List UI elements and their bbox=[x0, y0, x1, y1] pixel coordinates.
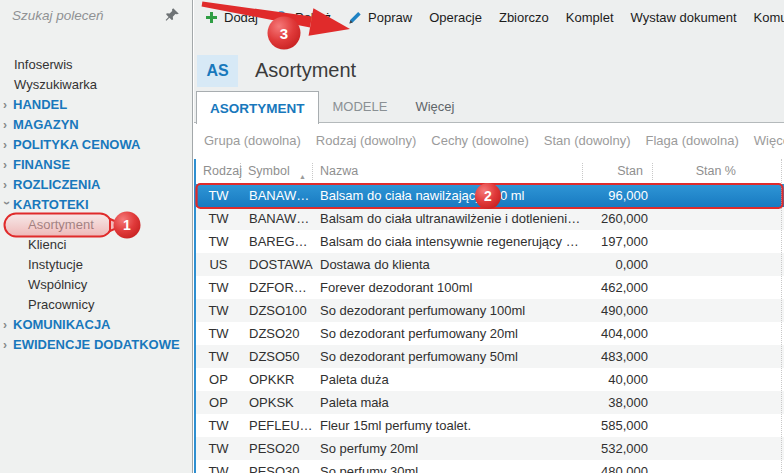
cell-nazwa: Dostawa do klienta bbox=[313, 257, 583, 272]
cell-nazwa: Paleta mała bbox=[313, 395, 583, 410]
toolbar-button-dodaj[interactable]: Dodaj bbox=[200, 10, 262, 25]
column-header-stan[interactable]: Stan bbox=[583, 163, 653, 180]
toolbar-button-operacje[interactable]: Operacje bbox=[425, 10, 486, 25]
filter-flaga-dowolna[interactable]: Flaga (dowolna) bbox=[646, 133, 739, 148]
column-header-label: Rodzaj bbox=[203, 164, 242, 178]
cell-nazwa: So perfumy 30ml bbox=[313, 464, 583, 473]
chevron-down-icon: › bbox=[0, 201, 17, 210]
toolbar-button-label: Wystaw dokument bbox=[631, 10, 737, 25]
cell-stan: 483,000 bbox=[583, 349, 653, 364]
toolbar-button-komunikacja[interactable]: Komunikacja bbox=[750, 10, 784, 25]
chevron-right-icon: › bbox=[3, 335, 12, 355]
tab-wiecej[interactable]: Więcej bbox=[401, 91, 468, 122]
table-row[interactable]: TWPEFLEUR15Fleur 15ml perfumy toalet.585… bbox=[196, 414, 784, 437]
cell-symbol: DZSO100 bbox=[241, 303, 313, 318]
sidebar-item-label: KOMUNIKACJA bbox=[13, 317, 111, 332]
toolbar-button-komplet[interactable]: Komplet bbox=[562, 10, 618, 25]
column-header-symbol[interactable]: Symbol▲ bbox=[241, 163, 313, 180]
cell-symbol: BANAW200 bbox=[241, 188, 313, 203]
filter-stan-dowolny[interactable]: Stan (dowolny) bbox=[544, 133, 631, 148]
table-row[interactable]: TWDZFOREVERForever dezodorant 100ml462,0… bbox=[196, 276, 784, 299]
sidebar-item-kartoteki[interactable]: ›KARTOTEKI bbox=[0, 195, 192, 215]
cell-stan: 260,000 bbox=[583, 211, 653, 226]
table-row[interactable]: TWBAREG200Balsam do ciała intensywnie re… bbox=[196, 230, 784, 253]
sidebar-item-klienci[interactable]: Klienci bbox=[0, 235, 192, 255]
pin-icon[interactable] bbox=[165, 7, 180, 22]
sidebar-item-asortyment[interactable]: Asortyment bbox=[0, 215, 192, 235]
cell-rodzaj: TW bbox=[196, 188, 241, 203]
table-row[interactable]: TWDZSO20So dezodorant perfumowany 20ml40… bbox=[196, 322, 784, 345]
cell-rodzaj: OP bbox=[196, 372, 241, 387]
sidebar-item-label: EWIDENCJE DODATKOWE bbox=[13, 337, 180, 352]
cell-symbol: PESO30 bbox=[241, 464, 313, 473]
toolbar-button-popraw[interactable]: Popraw bbox=[344, 10, 416, 25]
chevron-right-icon: › bbox=[3, 135, 12, 155]
toolbar-button-label: Popraw bbox=[368, 10, 412, 25]
cell-symbol: PESO20 bbox=[241, 441, 313, 456]
table-row[interactable]: OPOPKKRPaleta duża40,000 bbox=[196, 368, 784, 391]
column-header-nazwa[interactable]: Nazwa bbox=[313, 163, 583, 180]
table-row[interactable]: TWPESO20So perfumy 20ml532,000 bbox=[196, 437, 784, 460]
sidebar-item-wyszukiwarka[interactable]: Wyszukiwarka bbox=[0, 75, 192, 95]
toolbar-button-label: Pokaż bbox=[295, 10, 331, 25]
table-row[interactable]: TWDZSO100So dezodorant perfumowany 100ml… bbox=[196, 299, 784, 322]
column-header-rodzaj[interactable]: Rodzaj bbox=[196, 163, 241, 180]
table-row[interactable]: TWBANAW200Balsam do ciała nawilżający 20… bbox=[196, 184, 784, 207]
cell-nazwa: Balsam do ciała intensywnie regenerujący… bbox=[313, 234, 583, 249]
sidebar-item-magazyn[interactable]: ›MAGAZYN bbox=[0, 115, 192, 135]
page-title: Asortyment bbox=[255, 55, 356, 85]
cell-rodzaj: TW bbox=[196, 441, 241, 456]
sidebar-item-rozliczenia[interactable]: ›ROZLICZENIA bbox=[0, 175, 192, 195]
cell-rodzaj: TW bbox=[196, 280, 241, 295]
app-window: InfoserwisWyszukiwarka›HANDEL›MAGAZYN›PO… bbox=[0, 0, 784, 473]
sidebar-item-label: Pracownicy bbox=[28, 297, 94, 312]
sidebar-item-infoserwis[interactable]: Infoserwis bbox=[0, 55, 192, 75]
filter-więcej[interactable]: Więcej bbox=[754, 133, 784, 148]
table-row[interactable]: TWDZSO50So dezodorant perfumowany 50ml48… bbox=[196, 345, 784, 368]
tab-modele[interactable]: MODELE bbox=[319, 91, 402, 122]
sidebar-nav: InfoserwisWyszukiwarka›HANDEL›MAGAZYN›PO… bbox=[0, 55, 192, 355]
sidebar-item-wspólnicy[interactable]: Wspólnicy bbox=[0, 275, 192, 295]
sidebar-item-polityka-cenowa[interactable]: ›POLITYKA CENOWA bbox=[0, 135, 192, 155]
chevron-right-icon: › bbox=[3, 315, 12, 335]
search-input[interactable] bbox=[12, 4, 152, 26]
sidebar-item-label: Wyszukiwarka bbox=[14, 77, 97, 92]
column-header-label: Stan % bbox=[696, 164, 736, 178]
sidebar-item-komunikacja[interactable]: ›KOMUNIKACJA bbox=[0, 315, 192, 335]
tab-asortyment[interactable]: ASORTYMENT bbox=[196, 91, 319, 124]
column-header-stan-%[interactable]: Stan % bbox=[653, 163, 745, 180]
sidebar-item-label: Wspólnicy bbox=[28, 277, 87, 292]
sidebar-item-label: Klienci bbox=[28, 237, 66, 252]
sidebar-item-finanse[interactable]: ›FINANSE bbox=[0, 155, 192, 175]
sidebar-item-instytucje[interactable]: Instytucje bbox=[0, 255, 192, 275]
toolbar-button-pokaż[interactable]: Pokaż bbox=[271, 10, 335, 25]
toolbar-button-wystaw-dokument[interactable]: Wystaw dokument bbox=[627, 10, 741, 25]
filter-cechy-dowolne[interactable]: Cechy (dowolne) bbox=[431, 133, 529, 148]
cell-stan: 480,000 bbox=[583, 464, 653, 473]
sidebar-item-handel[interactable]: ›HANDEL bbox=[0, 95, 192, 115]
sidebar-item-pracownicy[interactable]: Pracownicy bbox=[0, 295, 192, 315]
filter-rodzaj-dowolny[interactable]: Rodzaj (dowolny) bbox=[316, 133, 416, 148]
filter-bar: Grupa (dowolna)Rodzaj (dowolny)Cechy (do… bbox=[194, 123, 784, 158]
cell-rodzaj: TW bbox=[196, 326, 241, 341]
cell-symbol: PEFLEUR15 bbox=[241, 418, 313, 433]
chevron-right-icon: › bbox=[3, 175, 12, 195]
tab-bar: ASORTYMENT MODELE Więcej bbox=[194, 91, 784, 123]
sidebar-item-ewidencje-dodatkowe[interactable]: ›EWIDENCJE DODATKOWE bbox=[0, 335, 192, 355]
table-row[interactable]: TWPESO30So perfumy 30ml480,000 bbox=[196, 460, 784, 473]
cell-stan: 40,000 bbox=[583, 372, 653, 387]
cell-nazwa: So dezodorant perfumowany 20ml bbox=[313, 326, 583, 341]
sidebar-item-label: FINANSE bbox=[13, 157, 70, 172]
table-row[interactable]: OPOPKSKPaleta mała38,000 bbox=[196, 391, 784, 414]
table-row[interactable]: USDOSTAWADostawa do klienta0,000 bbox=[196, 253, 784, 276]
sidebar-item-label: POLITYKA CENOWA bbox=[13, 137, 140, 152]
filter-grupa-dowolna[interactable]: Grupa (dowolna) bbox=[204, 133, 301, 148]
chevron-right-icon: › bbox=[3, 115, 12, 135]
cell-rodzaj: US bbox=[196, 257, 241, 272]
table-row[interactable]: TWBANAWU...Balsam do ciała ultranawilżen… bbox=[196, 207, 784, 230]
cell-symbol: OPKSK bbox=[241, 395, 313, 410]
cell-stan: 404,000 bbox=[583, 326, 653, 341]
toolbar-button-zbiorczo[interactable]: Zbiorczo bbox=[495, 10, 553, 25]
main-content: DodajPokażPoprawOperacjeZbiorczoKompletW… bbox=[194, 0, 784, 473]
column-header-label: Symbol bbox=[248, 164, 290, 178]
